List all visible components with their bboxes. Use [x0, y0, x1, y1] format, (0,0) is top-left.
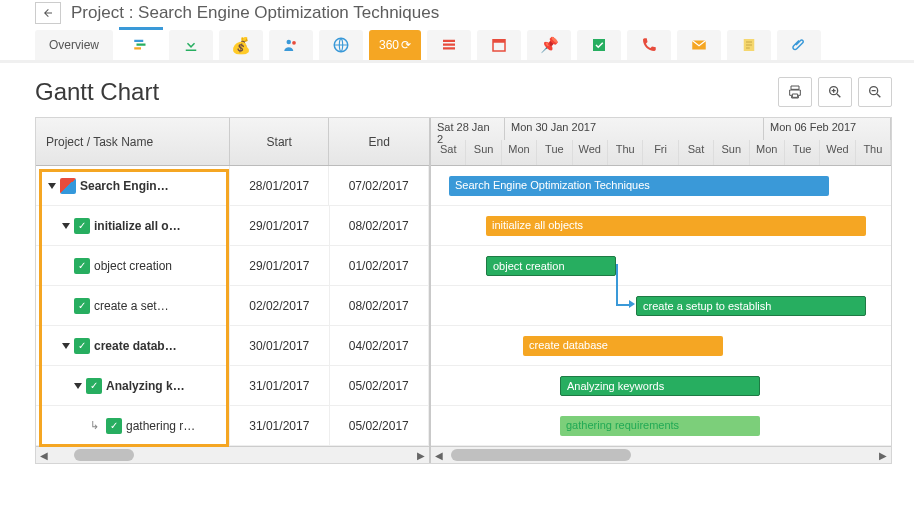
check-calendar-icon — [590, 36, 608, 54]
task-start: 31/01/2017 — [230, 366, 329, 405]
toggle-icon[interactable] — [62, 343, 70, 349]
task-row[interactable]: ↳gathering r… 31/01/2017 05/02/2017 — [36, 406, 429, 446]
tab-call[interactable] — [627, 30, 671, 60]
zoom-out-button[interactable] — [858, 77, 892, 107]
task-end: 05/02/2017 — [330, 406, 429, 445]
task-row[interactable]: initialize all o… 29/01/2017 08/02/2017 — [36, 206, 429, 246]
task-tree: Project / Task Name Start End Search Eng… — [36, 118, 431, 463]
zoom-in-icon — [827, 84, 843, 100]
task-row[interactable]: Search Engin… 28/01/2017 07/02/2017 — [36, 166, 429, 206]
tab-globe[interactable] — [319, 30, 363, 60]
people-icon — [282, 36, 300, 54]
gantt-bar[interactable]: create database — [523, 336, 723, 356]
day-header: Tue — [537, 140, 572, 165]
timeline-body[interactable]: Search Engine Optimization Techniques in… — [431, 166, 891, 446]
task-start: 29/01/2017 — [230, 206, 330, 245]
tab-notes[interactable] — [727, 30, 771, 60]
tab-bar: Overview 💰 360⟳ 📌 — [0, 30, 914, 63]
scroll-left-icon[interactable]: ◀ — [36, 447, 52, 463]
gantt-bar[interactable]: gathering requirements — [560, 416, 760, 436]
dependency-line — [616, 304, 629, 306]
task-row[interactable]: Analyzing k… 31/01/2017 05/02/2017 — [36, 366, 429, 406]
project-icon — [60, 178, 76, 194]
scroll-right-icon[interactable]: ▶ — [875, 447, 891, 463]
day-header: Sun — [714, 140, 749, 165]
toggle-icon[interactable] — [48, 183, 56, 189]
dependency-arrow-icon — [629, 300, 635, 308]
task-row[interactable]: create a set… 02/02/2017 08/02/2017 — [36, 286, 429, 326]
refresh-icon: ⟳ — [401, 38, 411, 52]
task-end: 05/02/2017 — [330, 366, 429, 405]
tab-pin[interactable]: 📌 — [527, 30, 571, 60]
breadcrumb: Project : Search Engine Optimization Tec… — [0, 0, 914, 30]
toggle-icon[interactable] — [62, 223, 70, 229]
task-icon — [74, 218, 90, 234]
timeline-scrollbar[interactable]: ◀ ▶ — [431, 446, 891, 463]
back-button[interactable] — [35, 2, 61, 24]
tab-mail[interactable] — [677, 30, 721, 60]
toggle-icon[interactable] — [74, 383, 82, 389]
svg-rect-0 — [134, 40, 143, 42]
toolbar-actions — [778, 77, 892, 107]
print-button[interactable] — [778, 77, 812, 107]
tab-list[interactable] — [427, 30, 471, 60]
date-span: Mon 30 Jan 2017 — [505, 118, 764, 140]
tab-check[interactable] — [577, 30, 621, 60]
section-title: Gantt Chart — [35, 78, 159, 106]
scroll-left-icon[interactable]: ◀ — [431, 447, 447, 463]
scroll-thumb[interactable] — [451, 449, 631, 461]
col-header-name[interactable]: Project / Task Name — [36, 118, 230, 165]
day-header: Mon — [502, 140, 537, 165]
arrow-left-icon — [41, 7, 55, 19]
day-header: Thu — [608, 140, 643, 165]
task-start: 30/01/2017 — [230, 326, 330, 365]
task-row[interactable]: create datab… 30/01/2017 04/02/2017 — [36, 326, 429, 366]
day-header: Tue — [785, 140, 820, 165]
scroll-thumb[interactable] — [74, 449, 134, 461]
task-label: object creation — [94, 259, 172, 273]
task-end: 08/02/2017 — [330, 206, 430, 245]
phone-icon — [640, 36, 658, 54]
tab-360[interactable]: 360⟳ — [369, 30, 421, 60]
gantt-bar[interactable]: Analyzing keywords — [560, 376, 760, 396]
tab-team[interactable] — [269, 30, 313, 60]
task-start: 02/02/2017 — [230, 286, 329, 325]
money-bag-icon: 💰 — [231, 36, 251, 55]
day-header: Thu — [856, 140, 891, 165]
task-end: 04/02/2017 — [330, 326, 430, 365]
task-start: 28/01/2017 — [230, 166, 330, 205]
day-header: Mon — [750, 140, 785, 165]
task-start: 31/01/2017 — [230, 406, 329, 445]
tab-calendar[interactable] — [477, 30, 521, 60]
timeline-days: Sat Sun Mon Tue Wed Thu Fri Sat Sun Mon … — [431, 140, 891, 165]
day-header: Wed — [820, 140, 855, 165]
gantt-bar[interactable]: Search Engine Optimization Techniques — [449, 176, 829, 196]
scroll-right-icon[interactable]: ▶ — [413, 447, 429, 463]
day-header: Wed — [573, 140, 608, 165]
gantt-bar[interactable]: create a setup to establish — [636, 296, 866, 316]
task-end: 07/02/2017 — [329, 166, 429, 205]
pin-icon: 📌 — [540, 36, 559, 54]
calendar-icon — [490, 36, 508, 54]
task-icon — [74, 258, 90, 274]
task-icon — [106, 418, 122, 434]
task-start: 29/01/2017 — [230, 246, 329, 285]
gantt-bar[interactable]: object creation — [486, 256, 616, 276]
task-label: create a set… — [94, 299, 169, 313]
task-row[interactable]: object creation 29/01/2017 01/02/2017 — [36, 246, 429, 286]
tab-budget[interactable]: 💰 — [219, 30, 263, 60]
svg-point-4 — [292, 41, 296, 45]
tab-overview[interactable]: Overview — [35, 30, 113, 60]
tab-gantt[interactable] — [119, 30, 163, 60]
gantt-bar[interactable]: initialize all objects — [486, 216, 866, 236]
timeline-header: Sat 28 Jan 2 Mon 30 Jan 2017 Mon 06 Feb … — [431, 118, 891, 166]
svg-point-3 — [287, 40, 292, 45]
tab-attach[interactable] — [777, 30, 821, 60]
tree-scrollbar[interactable]: ◀ ▶ — [36, 446, 429, 463]
col-header-end[interactable]: End — [329, 118, 429, 165]
zoom-out-icon — [867, 84, 883, 100]
tab-import[interactable] — [169, 30, 213, 60]
zoom-in-button[interactable] — [818, 77, 852, 107]
col-header-start[interactable]: Start — [230, 118, 330, 165]
task-icon — [74, 338, 90, 354]
